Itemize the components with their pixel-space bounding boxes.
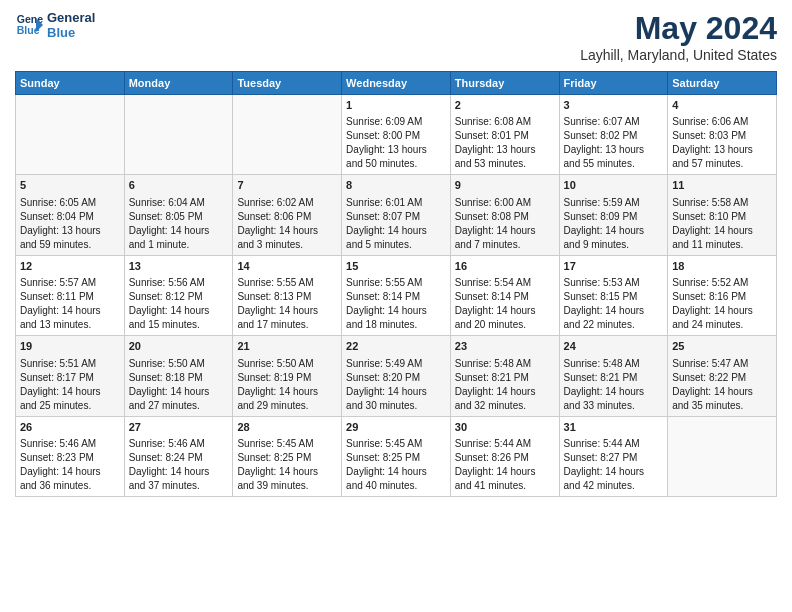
day-number: 20 xyxy=(129,339,229,354)
day-number: 15 xyxy=(346,259,446,274)
day-number: 29 xyxy=(346,420,446,435)
weekday-header-sunday: Sunday xyxy=(16,72,125,95)
day-number: 21 xyxy=(237,339,337,354)
day-info: Sunrise: 5:45 AM Sunset: 8:25 PM Dayligh… xyxy=(237,437,337,493)
calendar-cell: 19Sunrise: 5:51 AM Sunset: 8:17 PM Dayli… xyxy=(16,336,125,416)
day-info: Sunrise: 5:50 AM Sunset: 8:18 PM Dayligh… xyxy=(129,357,229,413)
day-number: 14 xyxy=(237,259,337,274)
calendar-cell: 15Sunrise: 5:55 AM Sunset: 8:14 PM Dayli… xyxy=(342,255,451,335)
day-number: 11 xyxy=(672,178,772,193)
day-number: 1 xyxy=(346,98,446,113)
weekday-header-saturday: Saturday xyxy=(668,72,777,95)
calendar-week-4: 19Sunrise: 5:51 AM Sunset: 8:17 PM Dayli… xyxy=(16,336,777,416)
day-number: 16 xyxy=(455,259,555,274)
calendar-cell: 5Sunrise: 6:05 AM Sunset: 8:04 PM Daylig… xyxy=(16,175,125,255)
calendar-cell xyxy=(668,416,777,496)
day-info: Sunrise: 5:47 AM Sunset: 8:22 PM Dayligh… xyxy=(672,357,772,413)
calendar-cell: 20Sunrise: 5:50 AM Sunset: 8:18 PM Dayli… xyxy=(124,336,233,416)
calendar-cell: 27Sunrise: 5:46 AM Sunset: 8:24 PM Dayli… xyxy=(124,416,233,496)
calendar-cell: 2Sunrise: 6:08 AM Sunset: 8:01 PM Daylig… xyxy=(450,95,559,175)
day-number: 7 xyxy=(237,178,337,193)
day-info: Sunrise: 5:48 AM Sunset: 8:21 PM Dayligh… xyxy=(564,357,664,413)
day-number: 25 xyxy=(672,339,772,354)
day-number: 17 xyxy=(564,259,664,274)
day-info: Sunrise: 5:51 AM Sunset: 8:17 PM Dayligh… xyxy=(20,357,120,413)
calendar-week-3: 12Sunrise: 5:57 AM Sunset: 8:11 PM Dayli… xyxy=(16,255,777,335)
calendar-week-5: 26Sunrise: 5:46 AM Sunset: 8:23 PM Dayli… xyxy=(16,416,777,496)
day-info: Sunrise: 5:58 AM Sunset: 8:10 PM Dayligh… xyxy=(672,196,772,252)
day-number: 10 xyxy=(564,178,664,193)
calendar-cell: 31Sunrise: 5:44 AM Sunset: 8:27 PM Dayli… xyxy=(559,416,668,496)
day-info: Sunrise: 5:54 AM Sunset: 8:14 PM Dayligh… xyxy=(455,276,555,332)
calendar-cell: 11Sunrise: 5:58 AM Sunset: 8:10 PM Dayli… xyxy=(668,175,777,255)
calendar-cell: 18Sunrise: 5:52 AM Sunset: 8:16 PM Dayli… xyxy=(668,255,777,335)
day-number: 2 xyxy=(455,98,555,113)
calendar-cell: 10Sunrise: 5:59 AM Sunset: 8:09 PM Dayli… xyxy=(559,175,668,255)
weekday-header-friday: Friday xyxy=(559,72,668,95)
logo: General Blue General Blue xyxy=(15,10,95,40)
day-number: 26 xyxy=(20,420,120,435)
day-info: Sunrise: 5:45 AM Sunset: 8:25 PM Dayligh… xyxy=(346,437,446,493)
calendar-cell: 13Sunrise: 5:56 AM Sunset: 8:12 PM Dayli… xyxy=(124,255,233,335)
calendar-week-2: 5Sunrise: 6:05 AM Sunset: 8:04 PM Daylig… xyxy=(16,175,777,255)
calendar-cell: 8Sunrise: 6:01 AM Sunset: 8:07 PM Daylig… xyxy=(342,175,451,255)
day-info: Sunrise: 5:59 AM Sunset: 8:09 PM Dayligh… xyxy=(564,196,664,252)
day-info: Sunrise: 5:50 AM Sunset: 8:19 PM Dayligh… xyxy=(237,357,337,413)
day-info: Sunrise: 5:44 AM Sunset: 8:27 PM Dayligh… xyxy=(564,437,664,493)
day-number: 4 xyxy=(672,98,772,113)
subtitle: Layhill, Maryland, United States xyxy=(580,47,777,63)
day-number: 24 xyxy=(564,339,664,354)
calendar-cell: 28Sunrise: 5:45 AM Sunset: 8:25 PM Dayli… xyxy=(233,416,342,496)
day-info: Sunrise: 5:55 AM Sunset: 8:14 PM Dayligh… xyxy=(346,276,446,332)
day-info: Sunrise: 6:09 AM Sunset: 8:00 PM Dayligh… xyxy=(346,115,446,171)
day-info: Sunrise: 6:00 AM Sunset: 8:08 PM Dayligh… xyxy=(455,196,555,252)
page-header: General Blue General Blue May 2024 Layhi… xyxy=(15,10,777,63)
day-number: 9 xyxy=(455,178,555,193)
calendar-cell: 25Sunrise: 5:47 AM Sunset: 8:22 PM Dayli… xyxy=(668,336,777,416)
title-block: May 2024 Layhill, Maryland, United State… xyxy=(580,10,777,63)
calendar-header: SundayMondayTuesdayWednesdayThursdayFrid… xyxy=(16,72,777,95)
day-info: Sunrise: 5:52 AM Sunset: 8:16 PM Dayligh… xyxy=(672,276,772,332)
day-number: 19 xyxy=(20,339,120,354)
day-number: 3 xyxy=(564,98,664,113)
calendar-cell: 21Sunrise: 5:50 AM Sunset: 8:19 PM Dayli… xyxy=(233,336,342,416)
day-info: Sunrise: 6:06 AM Sunset: 8:03 PM Dayligh… xyxy=(672,115,772,171)
day-info: Sunrise: 5:46 AM Sunset: 8:24 PM Dayligh… xyxy=(129,437,229,493)
calendar-cell: 3Sunrise: 6:07 AM Sunset: 8:02 PM Daylig… xyxy=(559,95,668,175)
day-number: 27 xyxy=(129,420,229,435)
day-number: 22 xyxy=(346,339,446,354)
day-info: Sunrise: 5:48 AM Sunset: 8:21 PM Dayligh… xyxy=(455,357,555,413)
logo-text: General Blue xyxy=(47,10,95,40)
day-info: Sunrise: 6:05 AM Sunset: 8:04 PM Dayligh… xyxy=(20,196,120,252)
day-info: Sunrise: 6:02 AM Sunset: 8:06 PM Dayligh… xyxy=(237,196,337,252)
weekday-header-tuesday: Tuesday xyxy=(233,72,342,95)
calendar-cell: 4Sunrise: 6:06 AM Sunset: 8:03 PM Daylig… xyxy=(668,95,777,175)
day-info: Sunrise: 6:07 AM Sunset: 8:02 PM Dayligh… xyxy=(564,115,664,171)
calendar-cell: 14Sunrise: 5:55 AM Sunset: 8:13 PM Dayli… xyxy=(233,255,342,335)
calendar-cell: 12Sunrise: 5:57 AM Sunset: 8:11 PM Dayli… xyxy=(16,255,125,335)
weekday-header-monday: Monday xyxy=(124,72,233,95)
calendar-cell xyxy=(16,95,125,175)
day-info: Sunrise: 6:04 AM Sunset: 8:05 PM Dayligh… xyxy=(129,196,229,252)
day-number: 28 xyxy=(237,420,337,435)
calendar-cell xyxy=(124,95,233,175)
day-info: Sunrise: 6:08 AM Sunset: 8:01 PM Dayligh… xyxy=(455,115,555,171)
calendar-cell: 16Sunrise: 5:54 AM Sunset: 8:14 PM Dayli… xyxy=(450,255,559,335)
main-title: May 2024 xyxy=(580,10,777,47)
day-info: Sunrise: 5:55 AM Sunset: 8:13 PM Dayligh… xyxy=(237,276,337,332)
day-info: Sunrise: 5:49 AM Sunset: 8:20 PM Dayligh… xyxy=(346,357,446,413)
calendar-cell xyxy=(233,95,342,175)
day-number: 8 xyxy=(346,178,446,193)
calendar-week-1: 1Sunrise: 6:09 AM Sunset: 8:00 PM Daylig… xyxy=(16,95,777,175)
day-number: 12 xyxy=(20,259,120,274)
day-number: 30 xyxy=(455,420,555,435)
calendar-cell: 17Sunrise: 5:53 AM Sunset: 8:15 PM Dayli… xyxy=(559,255,668,335)
day-info: Sunrise: 5:46 AM Sunset: 8:23 PM Dayligh… xyxy=(20,437,120,493)
weekday-header-thursday: Thursday xyxy=(450,72,559,95)
weekday-header-wednesday: Wednesday xyxy=(342,72,451,95)
weekday-header-row: SundayMondayTuesdayWednesdayThursdayFrid… xyxy=(16,72,777,95)
day-info: Sunrise: 6:01 AM Sunset: 8:07 PM Dayligh… xyxy=(346,196,446,252)
day-info: Sunrise: 5:56 AM Sunset: 8:12 PM Dayligh… xyxy=(129,276,229,332)
calendar-cell: 24Sunrise: 5:48 AM Sunset: 8:21 PM Dayli… xyxy=(559,336,668,416)
calendar-cell: 23Sunrise: 5:48 AM Sunset: 8:21 PM Dayli… xyxy=(450,336,559,416)
